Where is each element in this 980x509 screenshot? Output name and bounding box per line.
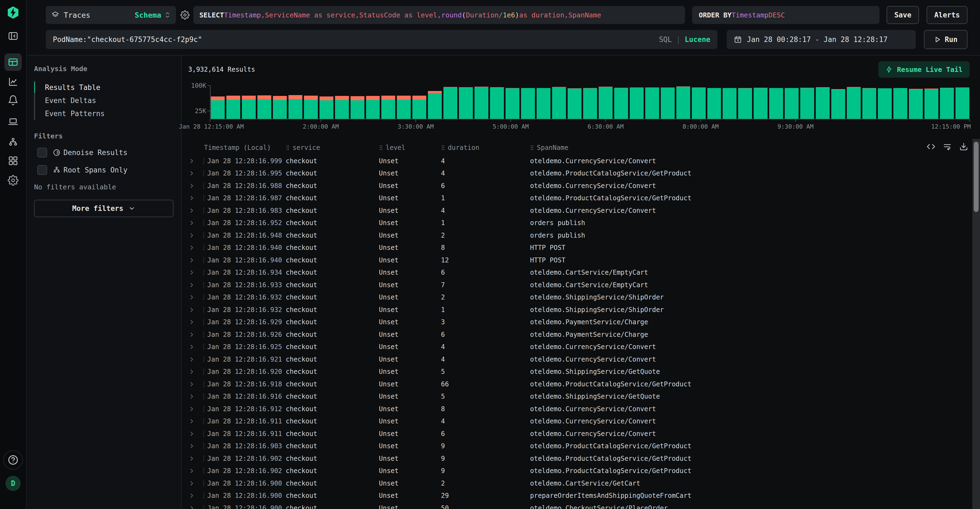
table-row[interactable]: Jan 28 12:28:16.948 PM checkout Unset 2 … <box>188 229 970 242</box>
table-row[interactable]: Jan 28 12:28:16.920 PM checkout Unset 5 … <box>188 366 970 378</box>
table-row[interactable]: Jan 28 12:28:16.926 PM checkout Unset 6 … <box>188 328 970 341</box>
expand-row-icon[interactable] <box>188 294 195 301</box>
denoise-label[interactable]: Denoise Results <box>64 148 127 157</box>
table-row[interactable]: Jan 28 12:28:16.912 PM checkout Unset 8 … <box>188 403 970 415</box>
root-spans-checkbox[interactable] <box>37 165 47 175</box>
expand-row-icon[interactable] <box>188 430 195 437</box>
table-row[interactable]: Jan 28 12:28:16.918 PM checkout Unset 66… <box>188 378 970 391</box>
text-wrap-button[interactable] <box>943 142 952 151</box>
expand-row-icon[interactable] <box>188 368 195 375</box>
expand-row-icon[interactable] <box>188 195 195 202</box>
table-row[interactable]: Jan 28 12:28:16.902 PM checkout Unset 9 … <box>188 465 970 477</box>
column-header-duration[interactable]: duration <box>441 144 530 152</box>
collapse-sidebar-icon[interactable] <box>6 29 20 43</box>
sidebar-item-settings[interactable] <box>6 174 20 187</box>
table-row[interactable]: Jan 28 12:28:16.933 PM checkout Unset 7 … <box>188 279 970 291</box>
table-row[interactable]: Jan 28 12:28:16.900 PM checkout Unset 50… <box>188 502 970 509</box>
column-header-level[interactable]: level <box>379 144 441 152</box>
table-row[interactable]: Jan 28 12:28:16.940 PM checkout Unset 12… <box>188 254 970 266</box>
table-row[interactable]: Jan 28 12:28:16.900 PM checkout Unset 29… <box>188 490 970 502</box>
sidebar-item-sessions[interactable] <box>6 115 20 128</box>
resume-live-tail-button[interactable]: Resume Live Tail <box>878 61 970 78</box>
expand-row-icon[interactable] <box>188 257 195 264</box>
help-button[interactable] <box>3 450 23 470</box>
expand-row-icon[interactable] <box>188 492 195 499</box>
column-header-timestamp-local-[interactable]: Timestamp (Local) <box>204 144 286 152</box>
expand-row-icon[interactable] <box>188 480 195 487</box>
table-row[interactable]: Jan 28 12:28:16.916 PM checkout Unset 5 … <box>188 391 970 403</box>
table-row[interactable]: Jan 28 12:28:16.911 PM checkout Unset 6 … <box>188 428 970 440</box>
save-button[interactable]: Save <box>886 6 919 24</box>
language-toggle[interactable]: SQL | Lucene <box>659 35 710 44</box>
table-row[interactable]: Jan 28 12:28:16.952 PM checkout Unset 1 … <box>188 217 970 230</box>
search-input[interactable]: PodName:"checkout-675775c4cc-f2p9c" SQL … <box>46 30 718 49</box>
language-lucene[interactable]: Lucene <box>685 35 710 44</box>
expand-row-icon[interactable] <box>188 393 195 400</box>
table-row[interactable]: Jan 28 12:28:16.925 PM checkout Unset 4 … <box>188 341 970 353</box>
sql-select-input[interactable]: SELECT Timestamp, ServiceName as service… <box>193 6 685 24</box>
drag-handle-icon[interactable] <box>379 145 383 150</box>
expand-row-icon[interactable] <box>188 467 195 474</box>
sidebar-item-alerts[interactable] <box>6 94 20 107</box>
sidebar-item-dashboards[interactable] <box>6 154 20 167</box>
expand-row-icon[interactable] <box>188 319 195 326</box>
table-row[interactable]: Jan 28 12:28:16.929 PM checkout Unset 3 … <box>188 316 970 329</box>
download-button[interactable] <box>959 142 968 151</box>
alerts-button[interactable]: Alerts <box>927 6 967 24</box>
expand-row-icon[interactable] <box>188 418 195 425</box>
view-code-button[interactable] <box>927 142 935 151</box>
table-row[interactable]: Jan 28 12:28:16.983 PM checkout Unset 4 … <box>188 204 970 217</box>
expand-row-icon[interactable] <box>188 182 195 189</box>
histogram-plot[interactable] <box>210 86 970 119</box>
expand-row-icon[interactable] <box>188 356 195 363</box>
table-row[interactable]: Jan 28 12:28:16.940 PM checkout Unset 8 … <box>188 242 970 254</box>
table-row[interactable]: Jan 28 12:28:16.932 PM checkout Unset 2 … <box>188 291 970 304</box>
order-by-input[interactable]: ORDER BY Timestamp DESC <box>692 6 880 24</box>
table-row[interactable]: Jan 28 12:28:16.934 PM checkout Unset 6 … <box>188 266 970 279</box>
expand-row-icon[interactable] <box>188 232 195 239</box>
sidebar-item-chart-explorer[interactable] <box>6 75 20 88</box>
expand-row-icon[interactable] <box>188 158 195 164</box>
table-row[interactable]: Jan 28 12:28:16.903 PM checkout Unset 9 … <box>188 440 970 453</box>
column-header-service[interactable]: service <box>286 144 379 152</box>
table-row[interactable]: Jan 28 12:28:16.995 PM checkout Unset 4 … <box>188 167 970 180</box>
root-spans-label[interactable]: Root Spans Only <box>64 166 127 174</box>
expand-row-icon[interactable] <box>188 244 195 251</box>
column-header-spanname[interactable]: SpanName <box>530 144 970 152</box>
expand-row-icon[interactable] <box>188 343 195 350</box>
analysis-mode-event-deltas[interactable]: Event Deltas <box>35 94 173 107</box>
expand-row-icon[interactable] <box>188 405 195 413</box>
expand-row-icon[interactable] <box>188 219 195 227</box>
analysis-mode-results-table[interactable]: Results Table <box>35 81 173 94</box>
expand-row-icon[interactable] <box>188 381 195 388</box>
sidebar-item-services[interactable] <box>6 136 20 149</box>
hyperdx-logo-icon[interactable] <box>6 5 20 20</box>
table-row[interactable]: Jan 28 12:28:16.911 PM checkout Unset 4 … <box>188 415 970 428</box>
expand-row-icon[interactable] <box>188 442 195 450</box>
expand-row-icon[interactable] <box>188 505 195 509</box>
source-settings-button[interactable] <box>180 10 189 20</box>
expand-row-icon[interactable] <box>188 455 195 462</box>
run-button[interactable]: Run <box>924 30 967 49</box>
drag-handle-icon[interactable] <box>530 145 534 150</box>
table-row[interactable]: Jan 28 12:28:16.921 PM checkout Unset 4 … <box>188 353 970 366</box>
scrollbar-track[interactable] <box>972 139 980 509</box>
table-row[interactable]: Jan 28 12:28:16.900 PM checkout Unset 2 … <box>188 477 970 490</box>
analysis-mode-event-patterns[interactable]: Event Patterns <box>35 107 173 120</box>
schema-select[interactable]: Schema <box>135 11 161 19</box>
denoise-checkbox[interactable] <box>37 148 47 158</box>
language-sql[interactable]: SQL <box>659 35 672 44</box>
expand-row-icon[interactable] <box>188 306 195 313</box>
table-row[interactable]: Jan 28 12:28:16.932 PM checkout Unset 1 … <box>188 303 970 316</box>
sidebar-item-search-active[interactable] <box>4 53 22 71</box>
expand-row-icon[interactable] <box>188 269 195 276</box>
user-avatar[interactable]: D <box>5 476 21 491</box>
expand-row-icon[interactable] <box>188 281 195 289</box>
source-selector[interactable]: Traces Schema <box>46 6 176 24</box>
time-range-picker[interactable]: Jan 28 00:28:17 - Jan 28 12:28:17 <box>727 30 916 49</box>
table-row[interactable]: Jan 28 12:28:16.987 PM checkout Unset 1 … <box>188 192 970 205</box>
drag-handle-icon[interactable] <box>441 145 445 150</box>
expand-row-icon[interactable] <box>188 170 195 177</box>
table-row[interactable]: Jan 28 12:28:16.999 PM checkout Unset 4 … <box>188 155 970 167</box>
scrollbar-thumb[interactable] <box>974 142 978 212</box>
